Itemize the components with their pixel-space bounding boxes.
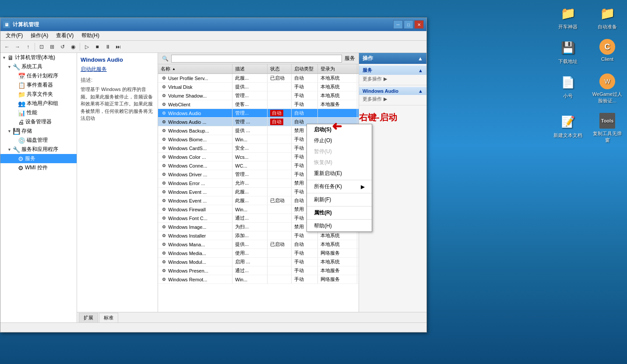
desktop-icon-xiaohao[interactable]: 📄 小号 bbox=[553, 74, 583, 104]
ctx-start[interactable]: 启动(S) bbox=[307, 124, 372, 135]
toolbar-btn-3[interactable]: ◉ bbox=[68, 42, 78, 52]
toolbar-stop[interactable]: ■ bbox=[92, 42, 102, 52]
ops-more-actions-2[interactable]: 更多操作 ▶ bbox=[359, 95, 426, 103]
tree-wmi[interactable]: ⚙ WMI 控件 bbox=[0, 163, 77, 172]
desktop-icon-tools[interactable]: Tools 复制工具无弹窗 bbox=[592, 113, 623, 144]
desktop-icon-label-3: 下载地址 bbox=[558, 58, 578, 65]
toolbar-pause[interactable]: ⏸ bbox=[103, 42, 113, 52]
menu-action[interactable]: 操作(A) bbox=[27, 31, 52, 40]
table-row-windows-audio[interactable]: ⚙ Windows Audio 管理... 自动 自动 bbox=[158, 109, 359, 118]
desktop-icon-newdoc[interactable]: 📝 新建文本文档 bbox=[553, 113, 583, 144]
tree-storage[interactable]: ▼ 💾 存储 bbox=[0, 126, 77, 136]
ctx-sep-1 bbox=[307, 180, 372, 180]
ctx-pause: 暂停(U) bbox=[307, 146, 372, 157]
tab-expand[interactable]: 扩展 bbox=[79, 313, 98, 322]
ops-windows-audio-header: Windows Audio ▲ bbox=[359, 87, 426, 95]
search-label: 服务 bbox=[345, 55, 355, 62]
wegame-icon: W bbox=[599, 74, 615, 89]
col-header-starttype[interactable]: 启动类型 bbox=[292, 64, 318, 74]
ctx-restart[interactable]: 重新启动(E) bbox=[307, 168, 372, 179]
col-header-status[interactable]: 状态 bbox=[268, 64, 292, 74]
desktop-icon-xiazaididz[interactable]: 💾 下载地址 bbox=[553, 39, 583, 65]
desktop-icons-area: 📁 开车神器 📁 自动准备 💾 下载地址 C Client 📄 小号 W WeG… bbox=[553, 4, 623, 144]
window-title: 计算机管理 bbox=[13, 21, 39, 28]
menu-bar: 文件(F) 操作(A) 查看(V) 帮助(H) bbox=[0, 31, 426, 41]
tree-disk-management[interactable]: 💿 磁盘管理 bbox=[0, 136, 77, 145]
table-row[interactable]: ⚙ Volume Shadow... 管理... 手动 本地系统 bbox=[158, 91, 359, 100]
ops-panel-header: 操作 ▲ bbox=[359, 53, 426, 64]
desktop-icon-wegame[interactable]: W WeGame过人脸验证... bbox=[592, 74, 623, 104]
ctx-properties[interactable]: 属性(R) bbox=[307, 207, 372, 218]
menu-file[interactable]: 文件(F) bbox=[2, 31, 26, 40]
tree-task-scheduler[interactable]: 📅 任务计划程序 bbox=[0, 71, 77, 80]
table-header: 名称 ▲ 描述 状态 启动类型 登录为 bbox=[158, 64, 359, 74]
desktop-icon-label-2: 自动准备 bbox=[598, 24, 617, 30]
minimize-button[interactable]: ─ bbox=[393, 20, 403, 29]
title-bar-left: 🖥 计算机管理 bbox=[3, 21, 39, 28]
toolbar-play[interactable]: ▷ bbox=[82, 42, 92, 52]
tab-standard[interactable]: 标准 bbox=[99, 313, 118, 322]
ops-services-header: 服务 ▲ bbox=[359, 66, 426, 75]
desktop-icon-label-8: 复制工具无弹窗 bbox=[592, 130, 623, 144]
desc-text: 管理基于 Windows 的程序的音频。如果此服务被停止，音频设备和效果将不能正… bbox=[81, 86, 154, 122]
col-header-logon[interactable]: 登录为 bbox=[318, 64, 357, 74]
desktop-icon-kaicheshenqi[interactable]: 📁 开车神器 bbox=[553, 4, 583, 30]
ctx-help[interactable]: 帮助(H) bbox=[307, 220, 372, 231]
search-input[interactable] bbox=[171, 55, 342, 63]
ctx-sep-3 bbox=[307, 206, 372, 206]
table-row[interactable]: ⚙ Windows Mana... 提供... 已启动 自动 本地系统 bbox=[158, 240, 359, 249]
toolbar-up[interactable]: ↑ bbox=[23, 42, 33, 52]
tree-device-manager[interactable]: 🖨 设备管理器 bbox=[0, 117, 77, 126]
toolbar-forward[interactable]: → bbox=[13, 42, 22, 52]
td-name: ⚙ Windows Presen... bbox=[158, 266, 232, 275]
table-row[interactable]: ⚙ WebClient 使客... 手动 本地服务 bbox=[158, 100, 359, 109]
desktop-icon-client[interactable]: C Client bbox=[592, 39, 623, 65]
tree-event-viewer[interactable]: 📋 事件查看器 bbox=[0, 80, 77, 90]
title-controls: ─ □ ✕ bbox=[393, 20, 424, 29]
table-row[interactable]: ⚙ Windows Remot... Win... 手动 网络服务 bbox=[158, 275, 359, 284]
ops-more-actions[interactable]: 更多操作 ▶ bbox=[359, 75, 426, 83]
td-name: ⚙ WebClient bbox=[158, 100, 232, 108]
ops-section-services: 服务 ▲ 更多操作 ▶ bbox=[359, 64, 426, 85]
desktop-icon-label-6: WeGame过人脸验证... bbox=[592, 91, 623, 104]
td-name: ⚙ Windows Driver ... bbox=[158, 170, 232, 178]
tree-performance[interactable]: 📊 性能 bbox=[0, 108, 77, 117]
menu-view[interactable]: 查看(V) bbox=[53, 31, 77, 40]
table-row[interactable]: ⚙ Windows Modul... 启用 ... 手动 本地系统 bbox=[158, 258, 359, 266]
table-row[interactable]: ⚙ Virtual Disk 提供... 手动 本地系统 bbox=[158, 83, 359, 91]
col-header-desc[interactable]: 描述 bbox=[232, 64, 268, 74]
tree-system-tools[interactable]: ▼ 🔧 系统工具 bbox=[0, 62, 77, 71]
menu-help[interactable]: 帮助(H) bbox=[78, 31, 103, 40]
ctx-stop[interactable]: 停止(O) bbox=[307, 135, 372, 146]
toolbar-next[interactable]: ⏭ bbox=[113, 42, 123, 52]
td-name: ⚙ Windows Image... bbox=[158, 223, 232, 231]
ctx-refresh[interactable]: 刷新(F) bbox=[307, 194, 372, 205]
tree-shared-folders[interactable]: 📁 共享文件夹 bbox=[0, 90, 77, 99]
table-row[interactable]: ⚙ Windows Installer 添加... 手动 本地系统 bbox=[158, 231, 359, 240]
td-name: ⚙ Windows Color ... bbox=[158, 153, 232, 161]
table-row[interactable]: ⚙ Windows Media... 使用... 手动 网络服务 bbox=[158, 249, 359, 258]
desc-panel: Windows Audio 启动此服务 描述: 管理基于 Windows 的程序… bbox=[77, 53, 158, 312]
table-row[interactable]: ⚙ User Profile Serv... 此服... 已启动 自动 本地系统 bbox=[158, 74, 359, 83]
desktop-icon-zidongzhunbei[interactable]: 📁 自动准备 bbox=[592, 4, 623, 30]
tree-local-users[interactable]: 👥 本地用户和组 bbox=[0, 99, 77, 108]
newdoc-icon: 📝 bbox=[559, 113, 577, 130]
client-icon: C bbox=[599, 39, 615, 55]
toolbar-refresh[interactable]: ↺ bbox=[58, 42, 67, 52]
maximize-button[interactable]: □ bbox=[404, 20, 413, 29]
close-button[interactable]: ✕ bbox=[414, 20, 424, 29]
tree-services-apps[interactable]: ▼ 🔧 服务和应用程序 bbox=[0, 145, 77, 154]
toolbar-btn-2[interactable]: ⊞ bbox=[47, 42, 57, 52]
table-row[interactable]: ⚙ Windows Presen... 通过... 手动 本地服务 bbox=[158, 266, 359, 275]
col-header-name[interactable]: 名称 ▲ bbox=[158, 64, 232, 74]
td-name: ⚙ Windows Conne... bbox=[158, 161, 232, 170]
start-service-link[interactable]: 启动此服务 bbox=[81, 66, 154, 73]
ctx-all-tasks[interactable]: 所有任务(K) ▶ bbox=[307, 181, 372, 192]
td-name: ⚙ Windows Media... bbox=[158, 249, 232, 257]
td-name: ⚙ Windows Event ... bbox=[158, 188, 232, 196]
status-highlight-2: 自动 bbox=[270, 119, 283, 125]
tree-root[interactable]: ▼ 🖥 计算机管理(本地) bbox=[0, 53, 77, 62]
tree-services[interactable]: ⚙ 服务 bbox=[0, 154, 77, 163]
toolbar-back[interactable]: ← bbox=[2, 42, 12, 52]
toolbar-btn-1[interactable]: ⊡ bbox=[37, 42, 46, 52]
